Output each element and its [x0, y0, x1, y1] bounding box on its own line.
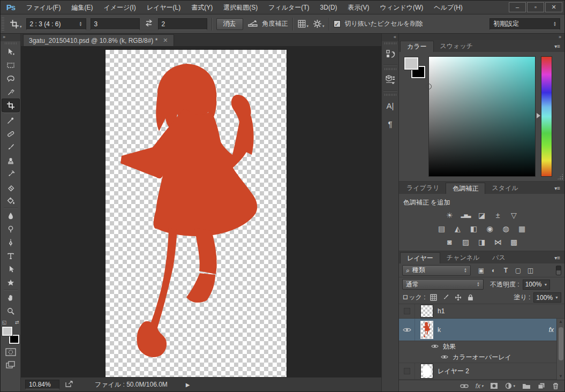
photo-filter-icon[interactable]: ◉ [485, 224, 495, 233]
filter-type-layers-icon[interactable]: T [501, 266, 511, 275]
channel-mixer-icon[interactable]: ◍ [501, 224, 511, 233]
screen-mode-button[interactable] [4, 360, 18, 370]
menu-select[interactable]: 選択範囲(S) [218, 1, 263, 14]
default-colors-icon[interactable]: ◱ [2, 320, 7, 325]
invert-icon[interactable]: ◙ [445, 237, 455, 247]
color-lookup-icon[interactable]: ▦ [517, 224, 528, 233]
layer-row-layer2[interactable]: レイヤー 2 [399, 363, 564, 380]
layer-row-k[interactable]: k fx [399, 319, 564, 341]
add-layer-mask-icon[interactable] [490, 382, 498, 389]
delete-cropped-pixels-checkbox[interactable]: ✓ [334, 20, 341, 27]
history-panel-icon[interactable] [383, 45, 398, 63]
type-tool[interactable] [2, 249, 20, 262]
custom-shape-tool[interactable] [2, 276, 20, 289]
filter-pixel-layers-icon[interactable]: ▣ [476, 266, 486, 275]
hue-slider-strip[interactable] [541, 56, 552, 177]
close-button[interactable]: ✕ [545, 2, 562, 12]
tab-close-icon[interactable]: ✕ [163, 37, 168, 44]
curves-icon[interactable]: ◪ [477, 210, 487, 220]
collapse-panels-icon[interactable]: » [399, 34, 564, 40]
hue-saturation-icon[interactable]: ▤ [436, 224, 447, 233]
visibility-toggle[interactable] [399, 363, 415, 379]
add-adjustment-layer-icon[interactable]: ▾ [505, 382, 515, 389]
panel-resize-grip[interactable] [557, 174, 563, 180]
tab-color[interactable]: カラー [400, 41, 434, 52]
blend-mode-select[interactable]: 通常 ▲▼ [402, 279, 484, 290]
straighten-icon[interactable] [247, 19, 258, 29]
tab-styles[interactable]: スタイル [485, 183, 524, 194]
layer-thumbnail[interactable] [420, 305, 433, 318]
lock-all-icon[interactable] [466, 293, 475, 302]
menu-view[interactable]: 表示(V) [343, 1, 375, 14]
foreground-color-swatch[interactable] [404, 57, 418, 70]
panel-menu-icon[interactable]: ▾≡ [550, 253, 564, 263]
zoom-level-field[interactable]: 10.84% [25, 380, 59, 389]
new-layer-icon[interactable] [538, 382, 545, 389]
menu-image[interactable]: イメージ(I) [98, 1, 141, 14]
background-color-swatch[interactable] [9, 335, 19, 344]
effect-visibility-icon[interactable] [431, 343, 439, 350]
paragraph-panel-icon[interactable]: ¶ [383, 115, 398, 133]
add-layer-style-icon[interactable]: fx▾ [476, 382, 484, 390]
menu-layer[interactable]: レイヤー(L) [141, 1, 186, 14]
layer-row-h1[interactable]: h1 [399, 304, 564, 319]
properties-panel-icon[interactable] [383, 71, 398, 89]
hand-tool[interactable] [2, 291, 20, 304]
panel-menu-icon[interactable]: ▾≡ [550, 41, 564, 52]
blur-tool[interactable] [2, 209, 20, 222]
history-brush-tool[interactable] [2, 167, 20, 180]
eraser-tool[interactable] [2, 180, 20, 194]
toolbar-expand-icon[interactable]: » [1, 34, 20, 41]
vibrance-icon[interactable]: ▽ [509, 210, 519, 220]
minimize-button[interactable]: – [509, 2, 526, 12]
filter-smart-objects-icon[interactable]: ◫ [525, 266, 536, 275]
link-layers-icon[interactable] [460, 383, 469, 389]
filter-adjustment-layers-icon[interactable]: ◐ [488, 266, 499, 275]
lock-transparency-icon[interactable] [429, 293, 438, 302]
effect-visibility-icon[interactable] [441, 353, 448, 361]
tab-adjustments[interactable]: 色調補正 [446, 183, 485, 194]
menu-type[interactable]: 書式(Y) [186, 1, 218, 14]
new-group-icon[interactable] [522, 382, 531, 389]
swap-dimensions-icon[interactable] [144, 19, 154, 28]
paint-bucket-tool[interactable] [2, 194, 20, 207]
color-overlay-row[interactable]: カラーオーバーレイ [399, 352, 564, 363]
quick-mask-button[interactable] [4, 347, 18, 357]
brightness-contrast-icon[interactable]: ☀ [445, 210, 455, 220]
status-options-arrow-icon[interactable]: ▶ [186, 382, 190, 388]
spot-healing-brush-tool[interactable] [2, 127, 20, 140]
tab-channels[interactable]: チャンネル [440, 252, 486, 263]
visibility-toggle[interactable] [399, 319, 415, 341]
crop-overlay-options-icon[interactable]: ▾ [297, 19, 309, 28]
crop-tool[interactable] [2, 99, 20, 112]
swap-colors-icon[interactable]: ⇄ [15, 320, 19, 325]
default-colors-and-swap[interactable]: ◱ ⇄ [2, 320, 19, 325]
tool-preset-select[interactable]: 初期設定 ▲▼ [489, 18, 560, 30]
character-panel-icon[interactable]: A| [383, 96, 398, 115]
layer-thumbnail[interactable] [420, 364, 433, 379]
canvas[interactable] [21, 46, 381, 377]
menu-3d[interactable]: 3D(D) [315, 1, 343, 14]
posterize-icon[interactable]: ▨ [461, 237, 471, 247]
fill-field[interactable]: 100% ▼ [533, 292, 561, 303]
scroll-down-icon[interactable]: ▼ [559, 373, 563, 380]
opacity-field[interactable]: 100% ▼ [523, 280, 551, 290]
tab-libraries[interactable]: ライブラリ [400, 183, 446, 194]
menu-window[interactable]: ウィンドウ(W) [375, 1, 429, 14]
foreground-color-swatch[interactable] [2, 327, 12, 336]
layer-filtering-toggle[interactable] [556, 266, 561, 275]
saturation-brightness-field[interactable] [428, 56, 536, 177]
tab-layers[interactable]: レイヤー [400, 252, 440, 263]
dodge-tool[interactable] [2, 222, 20, 236]
exposure-icon[interactable]: ± [493, 210, 503, 220]
delete-layer-icon[interactable] [552, 382, 559, 389]
eyedropper-tool[interactable] [2, 114, 20, 127]
rectangular-marquee-tool[interactable] [2, 58, 20, 72]
crop-tool-preset-icon[interactable]: ▾ [10, 19, 22, 29]
menu-file[interactable]: ファイル(F) [21, 1, 66, 14]
clone-stamp-tool[interactable] [2, 154, 20, 167]
crop-width-input[interactable]: 3 [91, 18, 140, 30]
selective-color-icon[interactable]: ⋈ [493, 237, 503, 247]
tab-swatches[interactable]: スウォッチ [434, 41, 479, 52]
menu-filter[interactable]: フィルター(T) [263, 1, 314, 14]
